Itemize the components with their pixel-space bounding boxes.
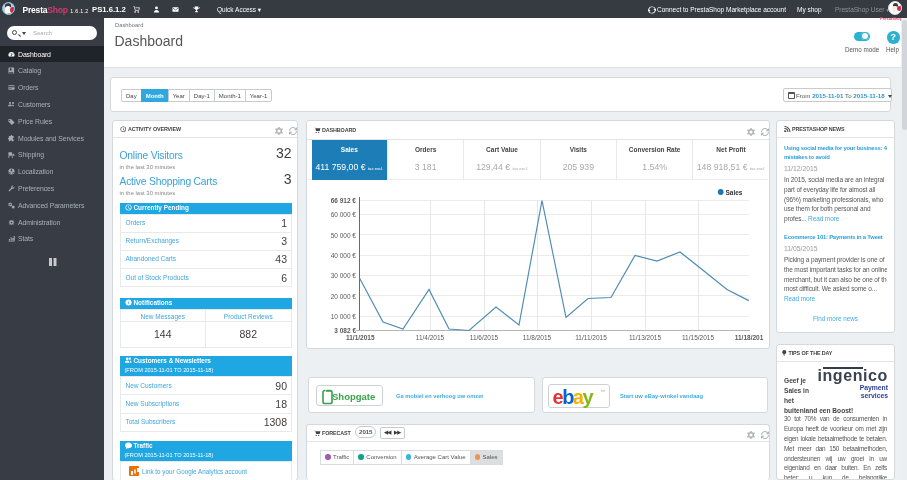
svg-text:66 912 €: 66 912 €	[331, 197, 357, 204]
svg-text:Sales: Sales	[726, 189, 743, 196]
svg-text:10 000 €: 10 000 €	[331, 313, 357, 320]
svg-text:11/8/2015: 11/8/2015	[523, 334, 552, 341]
svg-text:20 000 €: 20 000 €	[331, 293, 357, 300]
svg-text:i: i	[127, 300, 128, 305]
svg-text:11/1/2015: 11/1/2015	[346, 334, 375, 341]
svg-text:40 000 €: 40 000 €	[331, 252, 357, 259]
svg-text:30 000 €: 30 000 €	[331, 272, 357, 279]
svg-text:11/6/2015: 11/6/2015	[470, 334, 499, 341]
svg-text:11/18/201: 11/18/201	[735, 334, 764, 341]
svg-text:11/15/2015: 11/15/2015	[682, 334, 714, 341]
svg-text:11/11/2015: 11/11/2015	[575, 334, 607, 341]
svg-text:50 000 €: 50 000 €	[331, 232, 357, 239]
svg-text:60 000 €: 60 000 €	[331, 211, 357, 218]
svg-text:3 082 €: 3 082 €	[334, 327, 356, 334]
svg-text:11/13/2015: 11/13/2015	[629, 334, 661, 341]
svg-text:11/4/2015: 11/4/2015	[416, 334, 445, 341]
